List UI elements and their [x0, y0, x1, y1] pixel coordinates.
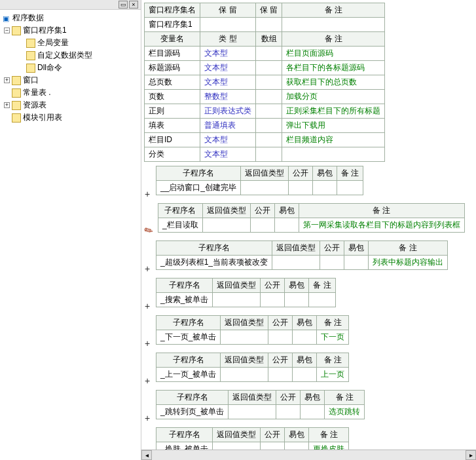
cell[interactable] [256, 90, 282, 104]
cell[interactable] [261, 293, 285, 307]
cell[interactable]: 正则表达式类 [200, 104, 256, 119]
table-row[interactable]: _上一页_被单击上一页 [156, 368, 349, 382]
cell[interactable] [202, 218, 250, 233]
tree-node[interactable]: +资源表 [1, 100, 139, 111]
table-row[interactable]: _搜索_被单击 [156, 293, 336, 307]
cell[interactable] [268, 330, 293, 345]
cell[interactable]: 列表中标题内容输出 [369, 256, 448, 270]
tree-node[interactable]: Dll命令 [1, 62, 139, 73]
cell[interactable]: __启动窗口_创建完毕 [156, 181, 241, 195]
table-row[interactable]: 分类文本型 [145, 147, 385, 162]
minimize-button[interactable]: ▭ [119, 1, 128, 9]
expander-icon[interactable]: + [4, 102, 10, 108]
cell[interactable] [337, 181, 363, 195]
cell[interactable]: 加载分页 [282, 90, 385, 104]
table-row[interactable]: __启动窗口_创建完毕 [156, 181, 363, 195]
cell[interactable] [282, 147, 385, 162]
cell[interactable]: _下一页_被单击 [156, 330, 221, 345]
cell[interactable] [268, 368, 293, 382]
expand-icon[interactable]: + [144, 338, 151, 349]
edit-icon[interactable]: ✎ [141, 223, 155, 238]
cell[interactable]: _搜索_被单击 [156, 293, 213, 307]
cell[interactable]: 分类 [145, 147, 200, 162]
cell[interactable] [250, 218, 274, 233]
table-row[interactable]: 页数整数型加载分页 [145, 90, 385, 104]
table-row[interactable]: _栏目读取第一网采集读取各栏目下的标题内容到列表框 [158, 218, 465, 233]
cell[interactable]: _超级列表框1_当前表项被改变 [156, 256, 272, 270]
cell[interactable]: 标题源码 [145, 61, 200, 75]
cell[interactable] [221, 330, 268, 345]
cell[interactable] [285, 293, 309, 307]
cell[interactable] [256, 61, 282, 75]
tree-node[interactable]: −窗口程序集1 [1, 25, 139, 36]
cell[interactable]: 弹出下载用 [282, 119, 385, 133]
expand-icon[interactable]: + [144, 413, 151, 423]
cell[interactable] [320, 256, 344, 270]
cell[interactable]: 普通填表 [200, 119, 256, 133]
cell[interactable]: 文本型 [200, 47, 256, 61]
cell[interactable] [293, 368, 317, 382]
cell[interactable]: 正则 [145, 104, 200, 119]
expand-icon[interactable]: + [144, 263, 151, 274]
cell[interactable] [213, 293, 261, 307]
cell[interactable] [293, 330, 317, 345]
expander-icon[interactable]: + [4, 77, 10, 83]
cell[interactable] [256, 147, 282, 162]
cell[interactable]: 获取栏目下的总页数 [282, 75, 385, 90]
cell[interactable] [241, 181, 289, 195]
cell[interactable]: _跳转到页_被单击 [156, 405, 229, 419]
cell[interactable]: 文本型 [200, 147, 256, 162]
cell[interactable]: 栏目源码 [145, 47, 200, 61]
table-row[interactable]: 标题源码文本型各栏目下的各标题源码 [145, 61, 385, 75]
cell[interactable]: 栏目页面源码 [282, 47, 385, 61]
cell[interactable] [256, 75, 282, 90]
cell[interactable]: _上一页_被单击 [156, 368, 221, 382]
tree-root[interactable]: ▣ 程序数据 [1, 12, 139, 24]
expand-icon[interactable]: + [144, 301, 151, 311]
cell[interactable]: 上一页 [317, 368, 349, 382]
cell[interactable]: 文本型 [200, 133, 256, 147]
table-row[interactable]: 栏目ID文本型栏目频道内容 [145, 133, 385, 147]
cell[interactable]: 第一网采集读取各栏目下的标题内容到列表框 [299, 218, 464, 233]
cell[interactable] [289, 181, 313, 195]
cell[interactable]: 选页跳转 [325, 405, 365, 419]
cell[interactable] [256, 47, 282, 61]
table-row[interactable]: 总页数文本型获取栏目下的总页数 [145, 75, 385, 90]
cell[interactable] [301, 405, 325, 419]
cell[interactable]: 栏目ID [145, 133, 200, 147]
table-row[interactable]: _下一页_被单击下一页 [156, 330, 349, 345]
cell[interactable] [276, 405, 301, 419]
expand-icon[interactable]: + [144, 375, 151, 386]
cell[interactable] [229, 405, 276, 419]
tree-node[interactable]: 模块引用表 [1, 112, 139, 123]
cell[interactable]: 窗口程序集1 [145, 18, 200, 32]
cell[interactable] [344, 256, 369, 270]
scroll-left-icon[interactable]: ◂ [141, 450, 152, 460]
tree-node[interactable]: +窗口 [1, 75, 139, 86]
tree-node[interactable]: 自定义数据类型 [1, 50, 139, 61]
tree-node[interactable]: 常量表 . [1, 87, 139, 98]
table-row[interactable]: 窗口程序集1 [145, 18, 385, 32]
table-row[interactable]: _超级列表框1_当前表项被改变列表中标题内容输出 [156, 256, 448, 270]
cell[interactable]: 文本型 [200, 75, 256, 90]
cell[interactable] [313, 181, 337, 195]
cell[interactable]: 填表 [145, 119, 200, 133]
cell[interactable] [221, 368, 268, 382]
cell[interactable] [256, 119, 282, 133]
cell[interactable]: 各栏目下的各标题源码 [282, 61, 385, 75]
scroll-right-icon[interactable]: ▸ [466, 450, 476, 460]
horizontal-scrollbar[interactable]: ◂ ▸ [141, 450, 476, 460]
table-row[interactable]: 正则正则表达式类正则采集栏目下的所有标题 [145, 104, 385, 119]
cell[interactable] [256, 133, 282, 147]
cell[interactable]: 总页数 [145, 75, 200, 90]
table-row[interactable]: _跳转到页_被单击选页跳转 [156, 405, 365, 419]
cell[interactable]: _栏目读取 [158, 218, 203, 233]
expander-icon[interactable]: − [4, 28, 10, 33]
table-row[interactable]: 栏目源码文本型栏目页面源码 [145, 47, 385, 61]
cell[interactable]: 栏目频道内容 [282, 133, 385, 147]
cell[interactable] [274, 218, 299, 233]
cell[interactable] [256, 104, 282, 119]
expand-icon[interactable]: + [144, 189, 151, 199]
cell[interactable]: 整数型 [200, 90, 256, 104]
cell[interactable]: 页数 [145, 90, 200, 104]
